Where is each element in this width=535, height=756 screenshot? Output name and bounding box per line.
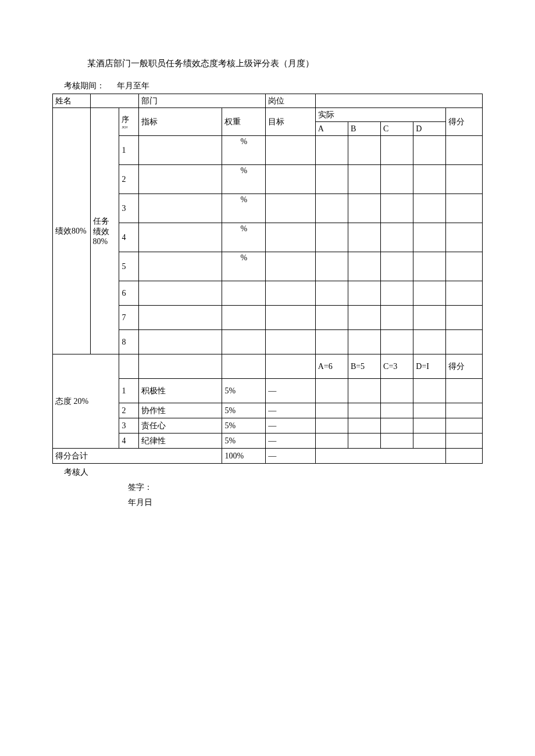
attitude-row-name: 纪律性 (138, 433, 222, 449)
perf-row-d (413, 330, 446, 354)
actual-header: 实际 (315, 108, 446, 122)
perf-row-score (446, 281, 483, 306)
perf-row-d (413, 165, 446, 194)
attitude-row-seq: 2 (119, 403, 138, 418)
date-label: 年月日 (128, 497, 483, 508)
attitude-row-weight: 5% (222, 403, 266, 418)
signature-label: 签字： (128, 482, 483, 493)
attitude-header-blank1 (119, 354, 138, 379)
perf-row-a (315, 281, 348, 306)
footer: 考核人 签字： 年月日 (64, 467, 483, 508)
attitude-row-b (348, 403, 380, 418)
perf-row-d (413, 194, 446, 223)
perf-row-target (266, 223, 315, 252)
perf-row-target (266, 252, 315, 281)
perf-row-a (315, 194, 348, 223)
attitude-row-c (381, 433, 413, 449)
attitude-row-seq: 1 (119, 379, 138, 403)
attitude-row-seq: 3 (119, 418, 138, 433)
name-value (90, 94, 138, 108)
perf-row-c (381, 165, 413, 194)
perf-row-d (413, 252, 446, 281)
perf-row-a (315, 165, 348, 194)
attitude-row-name: 责任心 (138, 418, 222, 433)
perf-row-weight: % (222, 252, 266, 281)
perf-row-a (315, 223, 348, 252)
seq-text: 序 (122, 115, 129, 124)
perf-row-b (348, 306, 380, 330)
attitude-row-target: — (266, 418, 315, 433)
attitude-row-b (348, 418, 380, 433)
assessor-label: 考核人 (64, 467, 483, 478)
attitude-row-weight: 5% (222, 433, 266, 449)
total-score (446, 449, 483, 464)
perf-row-c (381, 136, 413, 165)
perf-row-weight (222, 330, 266, 354)
perf-row-c (381, 252, 413, 281)
perf-row-indicator (138, 330, 222, 354)
indicator-header: 指标 (138, 108, 222, 136)
attitude-row-target: — (266, 433, 315, 449)
attitude-header-a: A=6 (315, 354, 348, 379)
attitude-row-a (315, 379, 348, 403)
attitude-row-d (413, 379, 446, 403)
attitude-row-target: — (266, 379, 315, 403)
attitude-header-blank2 (138, 354, 222, 379)
attitude-header-c: C=3 (381, 354, 413, 379)
perf-row-target (266, 165, 315, 194)
total-weight: 100% (222, 449, 266, 464)
perf-row-b (348, 136, 380, 165)
attitude-row-d (413, 403, 446, 418)
perf-row-seq: 1 (119, 136, 138, 165)
perf-row-b (348, 330, 380, 354)
perf-row-seq: 3 (119, 194, 138, 223)
col-c: C (381, 122, 413, 136)
attitude-row-a (315, 433, 348, 449)
attitude-row-score (446, 418, 483, 433)
perf-row-b (348, 194, 380, 223)
perf-row-target (266, 136, 315, 165)
perf-row-c (381, 223, 413, 252)
attitude-row-weight: 5% (222, 379, 266, 403)
attitude-row-c (381, 379, 413, 403)
name-label: 姓名 (53, 94, 91, 108)
attitude-row-name: 协作性 (138, 403, 222, 418)
perf-row-seq: 7 (119, 306, 138, 330)
perf-row-b (348, 165, 380, 194)
perf-row-d (413, 136, 446, 165)
attitude-row-b (348, 379, 380, 403)
perf-row-c (381, 330, 413, 354)
attitude-row-c (381, 403, 413, 418)
seq-subtext: JO₇ (122, 125, 135, 130)
perf-row-target (266, 281, 315, 306)
task-perf-label: 任务绩效80% (90, 108, 119, 354)
total-label: 得分合计 (53, 449, 222, 464)
total-actual (315, 449, 446, 464)
period-value: 年月至年 (117, 81, 149, 90)
attitude-header-blank4 (266, 354, 315, 379)
attitude-row-a (315, 403, 348, 418)
assessment-period: 考核期间： 年月至年 (64, 81, 483, 91)
attitude-row-target: — (266, 403, 315, 418)
attitude-header-blank3 (222, 354, 266, 379)
dept-label: 部门 (138, 94, 266, 108)
attitude-row-d (413, 433, 446, 449)
attitude-header-d: D=I (413, 354, 446, 379)
col-a: A (315, 122, 348, 136)
perf-row-a (315, 306, 348, 330)
perf-row-seq: 5 (119, 252, 138, 281)
perf-row-d (413, 223, 446, 252)
perf-row-seq: 6 (119, 281, 138, 306)
target-header: 目标 (266, 108, 315, 136)
perf-group-label: 绩效80% (53, 108, 91, 354)
perf-row-a (315, 252, 348, 281)
perf-row-score (446, 136, 483, 165)
perf-row-a (315, 330, 348, 354)
perf-row-indicator (138, 136, 222, 165)
perf-row-a (315, 136, 348, 165)
perf-row-d (413, 306, 446, 330)
attitude-row-score (446, 379, 483, 403)
perf-row-target (266, 306, 315, 330)
position-value (315, 94, 482, 108)
attitude-row-score (446, 433, 483, 449)
